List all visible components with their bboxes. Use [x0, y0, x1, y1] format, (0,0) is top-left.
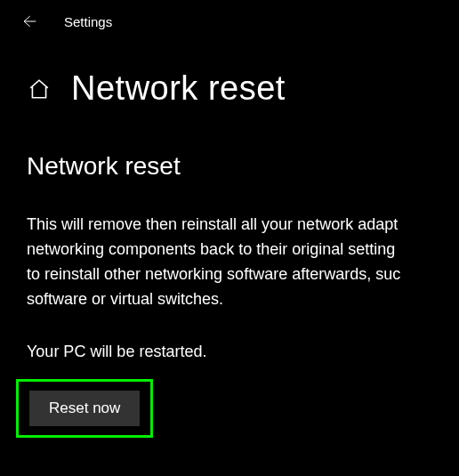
- highlight-annotation: Reset now: [16, 379, 153, 438]
- reset-now-button[interactable]: Reset now: [29, 391, 140, 426]
- title-row: Network reset: [0, 43, 459, 108]
- content: Network reset This will remove then rein…: [0, 108, 459, 438]
- header: Settings: [0, 0, 459, 43]
- section-heading: Network reset: [27, 152, 432, 181]
- back-icon[interactable]: [18, 11, 39, 32]
- home-icon[interactable]: [27, 77, 52, 101]
- description-text: This will remove then reinstall all your…: [27, 213, 432, 312]
- restart-notice: Your PC will be restarted.: [27, 343, 432, 361]
- description-line: to reinstall other networking software a…: [27, 265, 400, 283]
- page-title: Network reset: [71, 69, 286, 108]
- description-line: This will remove then reinstall all your…: [27, 215, 398, 233]
- description-line: software or virtual switches.: [27, 290, 223, 308]
- app-title: Settings: [64, 14, 112, 29]
- description-line: networking components back to their orig…: [27, 240, 395, 258]
